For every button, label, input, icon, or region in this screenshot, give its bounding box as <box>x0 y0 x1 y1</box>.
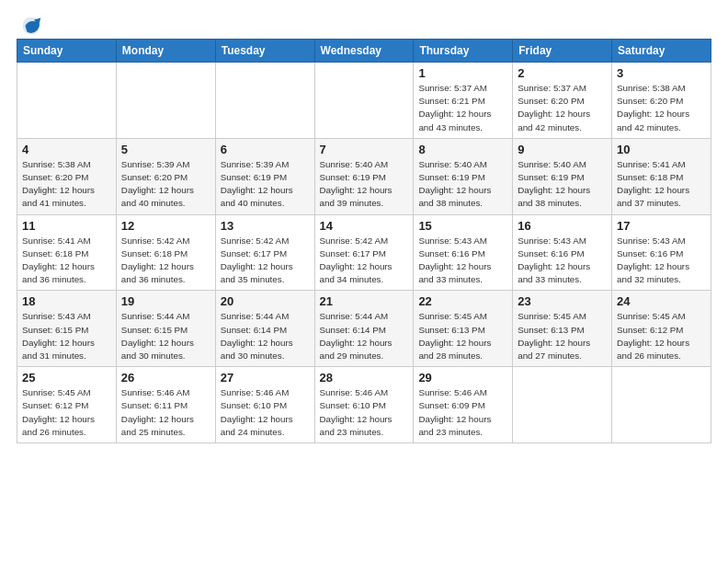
day-info: Sunrise: 5:42 AM Sunset: 6:18 PM Dayligh… <box>121 235 210 287</box>
calendar-cell: 8Sunrise: 5:40 AM Sunset: 6:19 PM Daylig… <box>414 138 513 214</box>
day-info: Sunrise: 5:38 AM Sunset: 6:20 PM Dayligh… <box>22 158 111 211</box>
calendar-cell: 9Sunrise: 5:40 AM Sunset: 6:19 PM Daylig… <box>513 138 612 214</box>
calendar-cell: 22Sunrise: 5:45 AM Sunset: 6:13 PM Dayli… <box>414 291 513 367</box>
calendar-cell: 11Sunrise: 5:41 AM Sunset: 6:18 PM Dayli… <box>17 214 117 291</box>
day-info: Sunrise: 5:43 AM Sunset: 6:16 PM Dayligh… <box>617 235 706 287</box>
calendar-week-2: 4Sunrise: 5:38 AM Sunset: 6:20 PM Daylig… <box>17 138 711 214</box>
calendar-cell <box>513 367 612 443</box>
day-number: 14 <box>320 219 409 233</box>
calendar-week-4: 18Sunrise: 5:43 AM Sunset: 6:15 PM Dayli… <box>17 291 711 367</box>
calendar-cell: 15Sunrise: 5:43 AM Sunset: 6:16 PM Dayli… <box>414 214 513 291</box>
calendar-cell: 28Sunrise: 5:46 AM Sunset: 6:10 PM Dayli… <box>314 367 414 443</box>
day-info: Sunrise: 5:43 AM Sunset: 6:16 PM Dayligh… <box>518 235 607 287</box>
page: SundayMondayTuesdayWednesdayThursdayFrid… <box>0 0 728 453</box>
day-info: Sunrise: 5:42 AM Sunset: 6:17 PM Dayligh… <box>221 235 310 287</box>
calendar-cell <box>215 63 314 139</box>
day-number: 25 <box>22 371 111 385</box>
weekday-header-friday: Friday <box>513 40 612 63</box>
calendar-cell: 14Sunrise: 5:42 AM Sunset: 6:17 PM Dayli… <box>314 214 414 291</box>
day-info: Sunrise: 5:42 AM Sunset: 6:17 PM Dayligh… <box>320 235 409 287</box>
day-info: Sunrise: 5:45 AM Sunset: 6:12 PM Dayligh… <box>617 310 706 362</box>
weekday-header-thursday: Thursday <box>414 40 513 63</box>
calendar-cell: 29Sunrise: 5:46 AM Sunset: 6:09 PM Dayli… <box>414 367 513 443</box>
day-number: 24 <box>617 294 706 308</box>
day-number: 8 <box>418 143 507 156</box>
calendar-cell <box>17 63 117 139</box>
day-info: Sunrise: 5:45 AM Sunset: 6:13 PM Dayligh… <box>518 310 607 362</box>
day-number: 4 <box>22 143 111 156</box>
day-number: 10 <box>617 143 706 156</box>
day-number: 28 <box>320 371 409 385</box>
day-info: Sunrise: 5:44 AM Sunset: 6:14 PM Dayligh… <box>320 310 409 362</box>
day-number: 2 <box>518 66 607 80</box>
day-info: Sunrise: 5:45 AM Sunset: 6:12 PM Dayligh… <box>22 386 111 439</box>
day-info: Sunrise: 5:41 AM Sunset: 6:18 PM Dayligh… <box>617 158 706 211</box>
calendar-cell <box>314 63 414 139</box>
day-number: 22 <box>418 294 507 308</box>
day-number: 3 <box>617 66 706 80</box>
weekday-header-sunday: Sunday <box>17 40 117 63</box>
day-number: 15 <box>418 219 507 233</box>
calendar-cell: 12Sunrise: 5:42 AM Sunset: 6:18 PM Dayli… <box>116 214 215 291</box>
day-number: 7 <box>320 143 409 156</box>
calendar-cell: 13Sunrise: 5:42 AM Sunset: 6:17 PM Dayli… <box>215 214 314 291</box>
calendar-cell: 4Sunrise: 5:38 AM Sunset: 6:20 PM Daylig… <box>17 138 117 214</box>
calendar-cell: 5Sunrise: 5:39 AM Sunset: 6:20 PM Daylig… <box>116 138 215 214</box>
day-number: 23 <box>518 294 607 308</box>
calendar-cell: 18Sunrise: 5:43 AM Sunset: 6:15 PM Dayli… <box>17 291 117 367</box>
calendar-week-5: 25Sunrise: 5:45 AM Sunset: 6:12 PM Dayli… <box>17 367 711 443</box>
calendar-cell: 17Sunrise: 5:43 AM Sunset: 6:16 PM Dayli… <box>612 214 711 291</box>
calendar-cell: 2Sunrise: 5:37 AM Sunset: 6:20 PM Daylig… <box>513 63 612 139</box>
day-number: 1 <box>418 66 507 80</box>
weekday-header-monday: Monday <box>116 40 215 63</box>
calendar-cell <box>612 367 711 443</box>
calendar-week-3: 11Sunrise: 5:41 AM Sunset: 6:18 PM Dayli… <box>17 214 711 291</box>
calendar-cell: 23Sunrise: 5:45 AM Sunset: 6:13 PM Dayli… <box>513 291 612 367</box>
day-info: Sunrise: 5:40 AM Sunset: 6:19 PM Dayligh… <box>320 158 409 211</box>
calendar-cell: 21Sunrise: 5:44 AM Sunset: 6:14 PM Dayli… <box>314 291 414 367</box>
logo <box>17 13 44 35</box>
day-info: Sunrise: 5:46 AM Sunset: 6:09 PM Dayligh… <box>418 386 507 439</box>
calendar-cell: 19Sunrise: 5:44 AM Sunset: 6:15 PM Dayli… <box>116 291 215 367</box>
calendar-cell: 10Sunrise: 5:41 AM Sunset: 6:18 PM Dayli… <box>612 138 711 214</box>
header <box>17 9 711 35</box>
day-number: 26 <box>121 371 210 385</box>
day-number: 29 <box>418 371 507 385</box>
day-info: Sunrise: 5:39 AM Sunset: 6:19 PM Dayligh… <box>221 158 310 211</box>
day-info: Sunrise: 5:40 AM Sunset: 6:19 PM Dayligh… <box>518 158 607 211</box>
day-number: 20 <box>221 294 310 308</box>
weekday-header-tuesday: Tuesday <box>215 40 314 63</box>
weekday-header-saturday: Saturday <box>612 40 711 63</box>
day-number: 21 <box>320 294 409 308</box>
day-number: 27 <box>221 371 310 385</box>
day-number: 13 <box>221 219 310 233</box>
calendar-cell: 3Sunrise: 5:38 AM Sunset: 6:20 PM Daylig… <box>612 63 711 139</box>
calendar-cell: 25Sunrise: 5:45 AM Sunset: 6:12 PM Dayli… <box>17 367 117 443</box>
day-info: Sunrise: 5:46 AM Sunset: 6:10 PM Dayligh… <box>320 386 409 439</box>
calendar-week-1: 1Sunrise: 5:37 AM Sunset: 6:21 PM Daylig… <box>17 63 711 139</box>
day-info: Sunrise: 5:39 AM Sunset: 6:20 PM Dayligh… <box>121 158 210 211</box>
day-info: Sunrise: 5:45 AM Sunset: 6:13 PM Dayligh… <box>418 310 507 362</box>
calendar: SundayMondayTuesdayWednesdayThursdayFrid… <box>17 39 711 443</box>
day-info: Sunrise: 5:43 AM Sunset: 6:15 PM Dayligh… <box>22 310 111 362</box>
calendar-cell <box>116 63 215 139</box>
calendar-header-row: SundayMondayTuesdayWednesdayThursdayFrid… <box>17 40 711 63</box>
day-number: 19 <box>121 294 210 308</box>
calendar-cell: 27Sunrise: 5:46 AM Sunset: 6:10 PM Dayli… <box>215 367 314 443</box>
calendar-cell: 24Sunrise: 5:45 AM Sunset: 6:12 PM Dayli… <box>612 291 711 367</box>
calendar-cell: 7Sunrise: 5:40 AM Sunset: 6:19 PM Daylig… <box>314 138 414 214</box>
day-info: Sunrise: 5:44 AM Sunset: 6:14 PM Dayligh… <box>221 310 310 362</box>
day-number: 11 <box>22 219 111 233</box>
day-number: 18 <box>22 294 111 308</box>
calendar-cell: 20Sunrise: 5:44 AM Sunset: 6:14 PM Dayli… <box>215 291 314 367</box>
day-number: 6 <box>221 143 310 156</box>
weekday-header-wednesday: Wednesday <box>314 40 414 63</box>
calendar-cell: 6Sunrise: 5:39 AM Sunset: 6:19 PM Daylig… <box>215 138 314 214</box>
day-info: Sunrise: 5:44 AM Sunset: 6:15 PM Dayligh… <box>121 310 210 362</box>
day-info: Sunrise: 5:46 AM Sunset: 6:10 PM Dayligh… <box>221 386 310 439</box>
day-info: Sunrise: 5:43 AM Sunset: 6:16 PM Dayligh… <box>418 235 507 287</box>
day-number: 12 <box>121 219 210 233</box>
calendar-cell: 26Sunrise: 5:46 AM Sunset: 6:11 PM Dayli… <box>116 367 215 443</box>
day-info: Sunrise: 5:40 AM Sunset: 6:19 PM Dayligh… <box>418 158 507 211</box>
day-number: 9 <box>518 143 607 156</box>
